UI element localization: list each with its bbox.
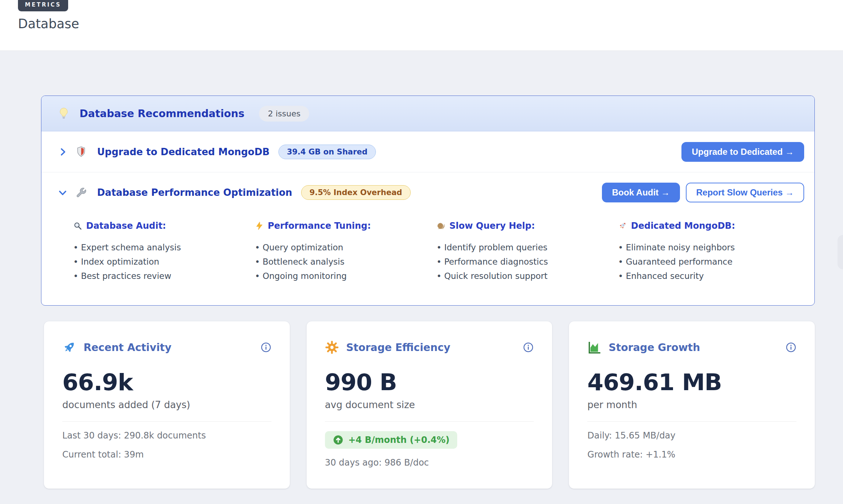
card-value: 469.61 MB [587,369,796,396]
gear-icon [325,340,339,354]
rocket-icon [62,340,76,354]
right-edge-scroll-tab[interactable] [838,235,843,269]
recommendations-title: Database Recommendations [80,108,244,120]
card-value: 990 B [325,369,534,396]
detail-bullet: Guaranteed performance [618,255,800,269]
chevron-down-icon[interactable] [58,188,67,197]
lightbulb-icon [58,107,70,120]
metric-cards-row: Recent Activity 66.9k documents added (7… [44,321,815,489]
detail-bullet: Quick resolution support [437,269,618,283]
detail-bullet: Performance diagnostics [437,255,618,269]
recommendations-header: Database Recommendations 2 issues [41,96,814,131]
card-value-label: documents added (7 days) [62,399,271,410]
card-footer-line: 30 days ago: 986 B/doc [325,458,534,468]
divider [62,421,271,422]
detail-heading-label: Performance Tuning: [268,221,371,231]
detail-column-performance-tuning: Performance Tuning: Query optimization B… [255,221,437,283]
detail-heading-label: Slow Query Help: [450,221,535,231]
detail-bullet: Eliminate noisy neighbors [618,240,800,255]
storage-growth-card: Storage Growth 469.61 MB per month Daily… [569,321,815,489]
recommendation-title[interactable]: Database Performance Optimization [97,187,292,198]
book-audit-button[interactable]: Book Audit → [602,183,680,202]
lightning-icon [255,221,264,230]
rocket-icon [618,221,627,230]
info-icon[interactable] [523,342,534,353]
card-title: Recent Activity [84,341,260,354]
card-title: Storage Growth [609,341,785,354]
recommendation-row-performance: Database Performance Optimization 9.5% I… [41,172,814,213]
card-footer-line: Last 30 days: 290.8k documents [62,430,271,441]
storage-efficiency-card: Storage Efficiency 990 B avg document si… [307,321,552,489]
top-bar: METRICS Database [0,0,843,51]
magnifier-icon [73,221,82,230]
detail-heading-label: Dedicated MongoDB: [631,221,735,231]
upgrade-to-dedicated-button[interactable]: Upgrade to Dedicated → [681,142,804,162]
detail-bullet: Query optimization [255,240,437,255]
recommendation-title[interactable]: Upgrade to Dedicated MongoDB [97,146,270,157]
chevron-right-icon[interactable] [58,147,67,157]
card-footer-line: Current total: 39m [62,449,271,460]
index-overhead-badge: 9.5% Index Overhead [301,185,411,200]
recent-activity-card: Recent Activity 66.9k documents added (7… [44,321,290,489]
detail-column-slow-query-help: Slow Query Help: Identify problem querie… [437,221,618,283]
card-footer-line: Daily: 15.65 MB/day [587,430,796,441]
divider [587,421,796,422]
snail-icon [437,221,445,230]
report-slow-queries-button[interactable]: Report Slow Queries → [686,183,804,202]
card-value-label: avg document size [325,399,534,410]
wrench-icon [75,187,87,198]
detail-heading-label: Database Audit: [86,221,166,231]
shared-usage-badge: 39.4 GB on Shared [278,145,376,159]
detail-bullet: Expert schema analysis [73,240,255,255]
detail-bullet: Identify problem queries [437,240,618,255]
detail-bullet: Bottleneck analysis [255,255,437,269]
issues-count-badge: 2 issues [259,106,309,122]
trend-badge-label: +4 B/month (+0.4%) [348,435,450,445]
info-icon[interactable] [785,342,796,353]
card-value: 66.9k [62,369,271,396]
performance-optimization-details: Database Audit: Expert schema analysis I… [41,213,814,305]
area-chart-icon [587,340,601,354]
recommendation-row-upgrade: Upgrade to Dedicated MongoDB 39.4 GB on … [41,131,814,172]
circle-up-arrow-icon [333,434,344,445]
card-footer-line: Growth rate: +1.1% [587,449,796,460]
page-title: Database [18,16,843,31]
detail-bullet: Ongoing monitoring [255,269,437,283]
card-value-label: per month [587,399,796,410]
detail-bullet: Best practices review [73,269,255,283]
detail-bullet: Enhanced security [618,269,800,283]
trend-badge: +4 B/month (+0.4%) [325,431,457,449]
section-badge: METRICS [18,0,68,11]
recommendations-panel: Database Recommendations 2 issues Upgrad… [41,96,815,306]
shield-icon [75,146,87,157]
detail-column-dedicated-mongodb: Dedicated MongoDB: Eliminate noisy neigh… [618,221,800,283]
detail-bullet: Index optimization [73,255,255,269]
card-title: Storage Efficiency [346,341,523,354]
detail-column-database-audit: Database Audit: Expert schema analysis I… [73,221,255,283]
info-icon[interactable] [260,342,271,353]
